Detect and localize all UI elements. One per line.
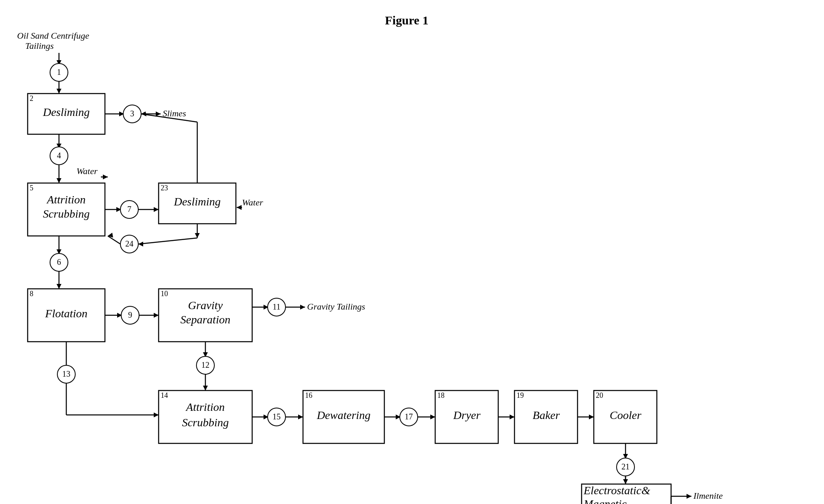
gravity-label-2: Separation — [181, 313, 231, 326]
node-13-label: 13 — [62, 369, 70, 378]
electrostatic-label-2: Magnetic — [583, 497, 627, 504]
input-label2: Tailings — [25, 41, 54, 51]
slimes-label: Slimes — [163, 108, 186, 118]
dryer-label: Dryer — [453, 409, 481, 421]
node-10-num: 10 — [161, 290, 168, 298]
node-8-num: 8 — [30, 290, 33, 298]
water-label-2: Water — [242, 197, 263, 207]
gravity-label-1: Gravity — [188, 299, 223, 312]
svg-marker-26 — [138, 242, 143, 247]
svg-marker-47 — [154, 412, 159, 417]
svg-marker-55 — [430, 415, 435, 419]
node-16-num: 16 — [305, 391, 312, 399]
svg-marker-59 — [589, 415, 594, 419]
desliming-label-2: Desliming — [173, 195, 220, 208]
ilmenite-label: Ilmenite — [693, 491, 723, 501]
node-5-num: 5 — [30, 184, 33, 192]
node-23-num: 23 — [161, 184, 168, 192]
svg-marker-32 — [57, 284, 61, 289]
svg-line-25 — [138, 238, 197, 244]
node-1-label: 1 — [57, 68, 61, 76]
svg-marker-71 — [623, 479, 628, 484]
attrition-label-1-line1: Attrition — [46, 193, 86, 206]
input-label: Oil Sand Centrifuge — [17, 31, 89, 41]
dewatering-label: Dewatering — [316, 409, 371, 421]
node-2-num: 2 — [30, 94, 33, 103]
svg-marker-51 — [298, 415, 303, 419]
node-20-num: 20 — [596, 391, 603, 399]
node-4-label: 4 — [57, 151, 61, 160]
figure-title: Figure 1 — [385, 13, 429, 27]
svg-line-27 — [108, 236, 120, 244]
svg-marker-22 — [237, 205, 242, 210]
baker-label: Baker — [533, 409, 560, 421]
node-17-label: 17 — [405, 412, 413, 421]
node-3-label: 3 — [130, 109, 134, 118]
node-11-label: 11 — [272, 302, 280, 311]
svg-marker-11 — [103, 175, 108, 179]
diagram: Figure 1 Oil Sand Centrifuge Tailings 1 … — [0, 0, 824, 504]
node-18-num: 18 — [437, 391, 445, 399]
node-7-label: 7 — [127, 205, 131, 214]
desliming-label-1: Desliming — [42, 106, 89, 118]
flotation-label: Flotation — [45, 307, 87, 320]
svg-marker-36 — [154, 313, 159, 318]
node-6-label: 6 — [57, 257, 61, 266]
node-24-label: 24 — [125, 239, 133, 248]
node-21-label: 21 — [621, 462, 630, 471]
electrostatic-label-1: Electrostatic& — [583, 484, 650, 497]
attrition-label-1-line2: Scrubbing — [43, 207, 89, 220]
node-9-label: 9 — [128, 310, 132, 319]
svg-marker-7 — [156, 111, 161, 116]
cooler-label: Cooler — [610, 409, 641, 421]
node-19-num: 19 — [517, 391, 524, 399]
svg-marker-3 — [57, 89, 61, 94]
node-15-label: 15 — [272, 412, 281, 421]
node-12-label: 12 — [201, 360, 209, 369]
attrition-label-2-line2: Scrubbing — [182, 416, 229, 429]
node-14-num: 14 — [161, 391, 168, 399]
gravity-tailings-label: Gravity Tailings — [307, 301, 365, 312]
svg-marker-64 — [687, 494, 691, 499]
svg-marker-17 — [154, 207, 159, 212]
svg-marker-57 — [510, 415, 514, 419]
svg-marker-13 — [57, 178, 61, 183]
attrition-label-2-line1: Attrition — [185, 401, 225, 413]
water-label-1: Water — [76, 166, 98, 176]
svg-marker-20 — [141, 111, 146, 116]
svg-marker-24 — [195, 233, 200, 238]
svg-marker-44 — [203, 386, 208, 391]
svg-marker-40 — [300, 305, 305, 310]
